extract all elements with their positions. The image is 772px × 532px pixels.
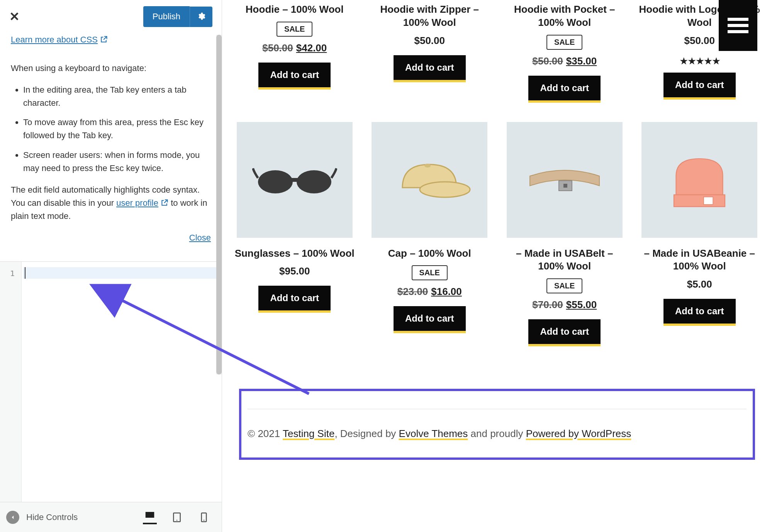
svg-rect-6	[291, 178, 299, 182]
product-title[interactable]: Hoodie with Pocket – 100% Wool	[503, 3, 626, 29]
syntax-highlight-note: The edit field automatically highlights …	[11, 183, 211, 223]
add-to-cart-button[interactable]: Add to cart	[394, 55, 466, 82]
powered-by-link[interactable]: Powered by WordPress	[526, 428, 631, 439]
svg-rect-10	[563, 184, 567, 188]
svg-point-3	[204, 520, 205, 521]
svg-point-4	[258, 170, 293, 193]
svg-point-8	[424, 164, 431, 168]
product-price: $95.00	[279, 265, 310, 277]
sale-badge: SALE	[546, 35, 582, 50]
product-grid-row-1: Hoodie – 100% Wool SALE $50.00$42.00 Add…	[233, 0, 761, 103]
hamburger-menu-button[interactable]	[719, 0, 757, 51]
external-link-icon	[100, 33, 108, 46]
list-item: In the editing area, the Tab key enters …	[23, 83, 211, 110]
product-price: $50.00	[684, 35, 715, 47]
sidebar-header: ✕ Publish	[0, 0, 222, 33]
list-item: Screen reader users: when in forms mode,…	[23, 149, 211, 175]
svg-rect-13	[728, 18, 748, 21]
product-image[interactable]	[372, 122, 487, 238]
desktop-preview-button[interactable]	[143, 510, 157, 524]
text-cursor	[25, 267, 25, 279]
product-title[interactable]: – Made in USABeanie – 100% Wool	[638, 247, 762, 273]
product-card: Hoodie with Zipper – 100% Wool $50.00 Ad…	[368, 0, 492, 103]
mobile-preview-button[interactable]	[197, 510, 211, 524]
svg-rect-12	[704, 197, 713, 205]
external-link-icon	[161, 197, 168, 210]
add-to-cart-button[interactable]: Add to cart	[528, 76, 601, 103]
publish-button[interactable]: Publish	[143, 6, 190, 27]
svg-point-7	[420, 182, 470, 197]
star-rating: ★★★★★	[679, 55, 720, 67]
svg-point-1	[176, 520, 178, 521]
hamburger-icon	[728, 17, 748, 34]
sale-badge: SALE	[277, 22, 312, 37]
proudly-text: and proudly	[468, 428, 526, 439]
product-grid-row-2: Sunglasses – 100% Wool $95.00 Add to car…	[233, 122, 761, 347]
product-card: Hoodie with Pocket – 100% Wool SALE $50.…	[503, 0, 626, 103]
product-price: $5.00	[687, 278, 712, 290]
product-title[interactable]: Sunglasses – 100% Wool	[235, 247, 355, 260]
product-price: $23.00$16.00	[397, 286, 462, 298]
product-card: Cap – 100% Wool SALE $23.00$16.00 Add to…	[368, 122, 492, 347]
close-icon[interactable]: ✕	[9, 9, 20, 24]
footer-highlight-box: © 2021 Testing Site, Designed by Evolve …	[239, 389, 755, 460]
line-number: 1	[0, 269, 19, 278]
publish-area: Publish	[143, 6, 212, 27]
scroll-thumb[interactable]	[216, 35, 222, 374]
list-item: To move away from this area, press the E…	[23, 116, 211, 142]
svg-rect-11	[674, 195, 725, 207]
copyright-text: © 2021	[248, 428, 283, 439]
sidebar-scrollbar[interactable]	[216, 35, 222, 374]
svg-rect-14	[728, 24, 748, 27]
svg-rect-15	[728, 30, 748, 33]
product-card: Hoodie – 100% Wool SALE $50.00$42.00 Add…	[233, 0, 356, 103]
device-preview-toggles	[143, 510, 215, 524]
svg-point-5	[297, 170, 331, 193]
product-title[interactable]: Hoodie – 100% Wool	[246, 3, 344, 16]
active-line	[23, 267, 218, 279]
product-price: $70.00$55.00	[532, 299, 597, 311]
product-title[interactable]: – Made in USABelt – 100% Wool	[503, 247, 626, 273]
learn-more-css-link[interactable]: Learn more about CSS	[11, 33, 108, 46]
collapse-sidebar-button[interactable]	[6, 511, 19, 524]
add-to-cart-button[interactable]: Add to cart	[258, 286, 331, 313]
gear-icon	[197, 12, 205, 20]
product-title[interactable]: Hoodie with Zipper – 100% Wool	[368, 3, 492, 29]
sidebar-footer: Hide Controls	[0, 502, 222, 532]
sale-badge: SALE	[546, 278, 582, 293]
close-help-link[interactable]: Close	[11, 231, 211, 244]
add-to-cart-button[interactable]: Add to cart	[258, 63, 331, 90]
add-to-cart-button[interactable]: Add to cart	[394, 306, 466, 333]
product-title[interactable]: Cap – 100% Wool	[388, 247, 471, 260]
theme-link[interactable]: Evolve Themes	[399, 428, 468, 439]
product-card: – Made in USABelt – 100% Wool SALE $70.0…	[503, 122, 626, 347]
product-image[interactable]	[237, 122, 353, 238]
line-gutter: 1	[0, 262, 22, 502]
site-link[interactable]: Testing Site	[283, 428, 334, 439]
publish-settings-button[interactable]	[190, 7, 212, 27]
add-to-cart-button[interactable]: Add to cart	[663, 73, 736, 100]
product-image[interactable]	[507, 122, 623, 238]
hide-controls-label[interactable]: Hide Controls	[26, 512, 78, 522]
sale-badge: SALE	[412, 265, 448, 280]
sidebar-body: Learn more about CSS When using a keyboa…	[0, 33, 222, 252]
customizer-sidebar: ✕ Publish Learn more about CSS When usin…	[0, 0, 222, 532]
keyboard-tips-list: In the editing area, the Tab key enters …	[11, 83, 211, 175]
product-price: $50.00	[414, 35, 445, 47]
product-price: $50.00$42.00	[262, 42, 327, 54]
product-card: – Made in USABeanie – 100% Wool $5.00 Ad…	[638, 122, 762, 347]
designed-by-text: , Designed by	[334, 428, 399, 439]
css-editor[interactable]: 1	[0, 261, 222, 502]
product-image[interactable]	[641, 122, 757, 238]
user-profile-link[interactable]: user profile	[116, 198, 158, 208]
product-price: $50.00$35.00	[532, 55, 597, 67]
product-card: Sunglasses – 100% Wool $95.00 Add to car…	[233, 122, 356, 347]
add-to-cart-button[interactable]: Add to cart	[663, 299, 736, 326]
tablet-preview-button[interactable]	[170, 510, 184, 524]
site-preview: Hoodie – 100% Wool SALE $50.00$42.00 Add…	[222, 0, 772, 532]
add-to-cart-button[interactable]: Add to cart	[528, 319, 601, 346]
keyboard-intro: When using a keyboard to navigate:	[11, 62, 211, 75]
